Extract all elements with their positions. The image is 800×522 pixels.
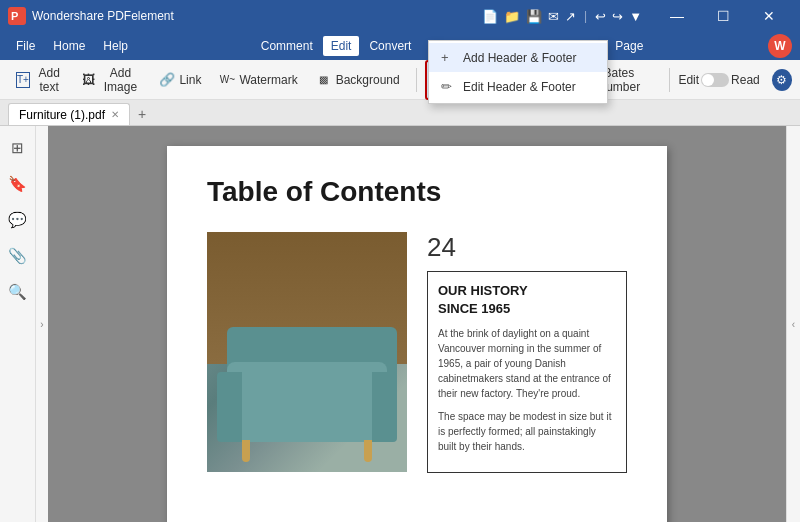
background-button[interactable]: ▩ Background bbox=[308, 68, 408, 92]
read-mode-label: Read bbox=[731, 73, 760, 87]
pdf-paragraph2: The space may be modest in size but it i… bbox=[438, 409, 616, 454]
add-header-footer-icon: + bbox=[441, 50, 455, 65]
right-arrow-icon: ‹ bbox=[792, 319, 795, 330]
sidebar-attachment-icon[interactable]: 📎 bbox=[4, 242, 32, 270]
sofa-arm-left bbox=[217, 372, 242, 442]
pdf-info-box: OUR HISTORY SINCE 1965 At the brink of d… bbox=[427, 271, 627, 473]
user-avatar[interactable]: W bbox=[768, 34, 792, 58]
tab-add-button[interactable]: + bbox=[130, 103, 154, 125]
link-icon: 🔗 bbox=[159, 72, 175, 88]
edit-header-footer-icon: ✏ bbox=[441, 79, 455, 94]
app-name: Wondershare PDFelement bbox=[32, 9, 174, 23]
left-collapse-button[interactable]: › bbox=[36, 126, 48, 522]
app-logo-area: P Wondershare PDFelement bbox=[8, 7, 482, 25]
pdf-area: Table of Contents 24 bbox=[48, 126, 786, 522]
titlebar-save-icon[interactable]: 💾 bbox=[526, 9, 542, 24]
left-sidebar: ⊞ 🔖 💬 📎 🔍 bbox=[0, 126, 36, 522]
link-label: Link bbox=[179, 73, 201, 87]
add-image-button[interactable]: 🖼 Add Image bbox=[74, 62, 149, 98]
pdf-content-row: 24 OUR HISTORY SINCE 1965 At the brink o… bbox=[207, 232, 627, 485]
menu-page[interactable]: Page bbox=[607, 36, 651, 56]
sidebar-bookmark-icon[interactable]: 🔖 bbox=[4, 170, 32, 198]
add-text-label: Add text bbox=[34, 66, 64, 94]
pdf-title: Table of Contents bbox=[207, 176, 627, 208]
sofa-body bbox=[227, 362, 387, 442]
add-header-footer-label: Add Header & Footer bbox=[463, 51, 576, 65]
sidebar-thumbnail-icon[interactable]: ⊞ bbox=[4, 134, 32, 162]
menu-help[interactable]: Help bbox=[95, 36, 136, 56]
edit-read-toggle[interactable] bbox=[701, 73, 729, 87]
add-image-label: Add Image bbox=[99, 66, 141, 94]
sofa-leg-left bbox=[242, 440, 250, 462]
pdf-info-section: 24 OUR HISTORY SINCE 1965 At the brink o… bbox=[427, 232, 627, 485]
link-button[interactable]: 🔗 Link bbox=[151, 68, 209, 92]
maximize-button[interactable]: ☐ bbox=[700, 0, 746, 32]
pdf-section-title: OUR HISTORY SINCE 1965 bbox=[438, 282, 616, 318]
menu-comment[interactable]: Comment bbox=[253, 36, 321, 56]
titlebar-email-icon[interactable]: ✉ bbox=[548, 9, 559, 24]
toolbar-group-mode: Edit Read bbox=[678, 73, 759, 87]
menu-file[interactable]: File bbox=[8, 36, 43, 56]
toolbar-group-text: T+ Add text 🖼 Add Image 🔗 Link W~ Waterm… bbox=[8, 62, 408, 98]
sidebar-comment-icon[interactable]: 💬 bbox=[4, 206, 32, 234]
watermark-icon: W~ bbox=[219, 72, 235, 88]
pdf-paragraph1: At the brink of daylight on a quaint Van… bbox=[438, 326, 616, 401]
section-title-line2: SINCE 1965 bbox=[438, 301, 510, 316]
edit-header-footer-item[interactable]: ✏ Edit Header & Footer bbox=[429, 72, 607, 101]
toggle-track bbox=[701, 73, 729, 87]
sofa-arm-right bbox=[372, 372, 397, 442]
add-header-footer-item[interactable]: + Add Header & Footer bbox=[429, 43, 607, 72]
toolbar-separator-1 bbox=[416, 68, 417, 92]
tab-label: Furniture (1).pdf bbox=[19, 108, 105, 122]
background-label: Background bbox=[336, 73, 400, 87]
right-sidebar-collapse[interactable]: ‹ bbox=[786, 126, 800, 522]
titlebar-new-icon[interactable]: 📄 bbox=[482, 9, 498, 24]
tab-furniture[interactable]: Furniture (1).pdf ✕ bbox=[8, 103, 130, 125]
menu-home[interactable]: Home bbox=[45, 36, 93, 56]
app-icon: P bbox=[8, 7, 26, 25]
titlebar: P Wondershare PDFelement 📄 📁 💾 ✉ ↗ | ↩ ↪… bbox=[0, 0, 800, 32]
toolbar: T+ Add text 🖼 Add Image 🔗 Link W~ Waterm… bbox=[0, 60, 800, 100]
minimize-button[interactable]: — bbox=[654, 0, 700, 32]
add-image-icon: 🖼 bbox=[82, 72, 95, 88]
watermark-label: Watermark bbox=[239, 73, 297, 87]
section-title-line1: OUR HISTORY bbox=[438, 283, 528, 298]
main-area: ⊞ 🔖 💬 📎 🔍 › Table of Contents bbox=[0, 126, 800, 522]
menu-convert[interactable]: Convert bbox=[361, 36, 419, 56]
tabsbar: Furniture (1).pdf ✕ + bbox=[0, 100, 800, 126]
watermark-button[interactable]: W~ Watermark bbox=[211, 68, 305, 92]
header-footer-dropdown: + Add Header & Footer ✏ Edit Header & Fo… bbox=[428, 40, 608, 104]
titlebar-customize-icon[interactable]: ▼ bbox=[629, 9, 642, 24]
background-icon: ▩ bbox=[316, 72, 332, 88]
menubar: File Home Help Comment Edit Convert Tool… bbox=[0, 32, 800, 60]
titlebar-share-icon[interactable]: ↗ bbox=[565, 9, 576, 24]
pdf-image bbox=[207, 232, 407, 472]
sofa-leg-right bbox=[364, 440, 372, 462]
svg-text:P: P bbox=[11, 10, 18, 22]
menu-edit[interactable]: Edit bbox=[323, 36, 360, 56]
add-text-button[interactable]: T+ Add text bbox=[8, 62, 72, 98]
edit-mode-label: Edit bbox=[678, 73, 699, 87]
close-button[interactable]: ✕ bbox=[746, 0, 792, 32]
pdf-page: Table of Contents 24 bbox=[167, 146, 667, 522]
toggle-thumb bbox=[702, 74, 714, 86]
pdf-page-number: 24 bbox=[427, 232, 627, 263]
titlebar-open-icon[interactable]: 📁 bbox=[504, 9, 520, 24]
toolbar-separator-2 bbox=[669, 68, 670, 92]
tab-close-button[interactable]: ✕ bbox=[111, 109, 119, 120]
titlebar-redo-icon[interactable]: ↪ bbox=[612, 9, 623, 24]
add-text-icon: T+ bbox=[16, 72, 30, 88]
edit-header-footer-label: Edit Header & Footer bbox=[463, 80, 576, 94]
left-arrow-icon: › bbox=[40, 319, 43, 330]
titlebar-controls: — ☐ ✕ bbox=[654, 0, 792, 32]
toolbar-settings-icon[interactable]: ⚙ bbox=[772, 69, 792, 91]
titlebar-undo-icon[interactable]: ↩ bbox=[595, 9, 606, 24]
sidebar-search-icon[interactable]: 🔍 bbox=[4, 278, 32, 306]
